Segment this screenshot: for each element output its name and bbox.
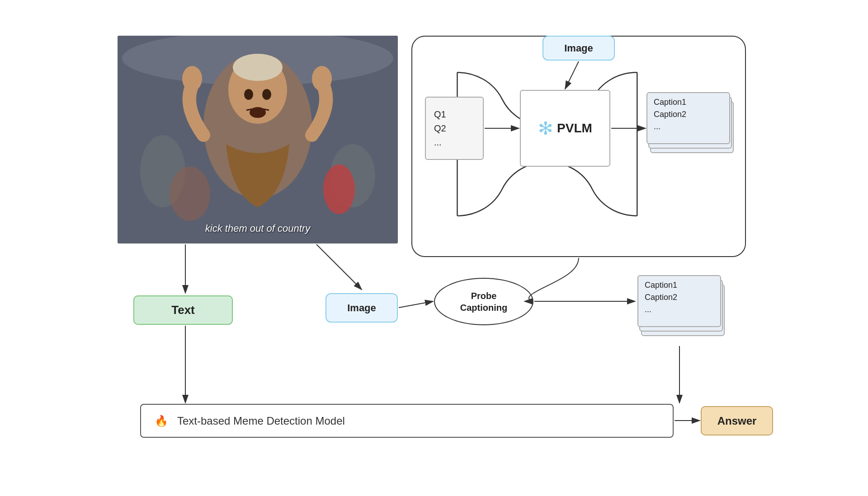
svg-point-11 [244,89,253,100]
meme-image: kick them out of country [118,36,398,243]
caption1-bottom: Caption1 [645,281,677,290]
svg-line-21 [399,301,433,308]
caption-ellipsis-bottom: ... [645,305,651,314]
captions-top-container: Caption1 Caption2 ... [646,92,732,164]
caption-ellipsis-top: ... [654,122,660,131]
q1-label: Q1 [434,109,446,120]
image-box-top: Image [542,36,615,61]
diagram-canvas: kick them out of country Image Q1 Q2 ...… [95,27,773,469]
detection-model-label: Text-based Meme Detection Model [177,415,345,427]
snowflake-icon: ✻ [538,118,553,139]
q2-label: Q2 [434,123,446,134]
svg-rect-14 [254,109,261,113]
svg-point-9 [170,167,210,221]
text-label: Text [171,303,195,317]
image-box-bottom: Image [326,293,398,323]
q-ellipsis: ... [434,137,442,148]
pvlm-label: PVLM [557,121,592,136]
svg-point-4 [233,54,283,81]
svg-point-12 [262,89,271,100]
caption-card-front: Caption1 Caption2 ... [646,92,730,144]
pvlm-box: ✻ PVLM [520,90,610,167]
answer-box: Answer [701,406,773,435]
captions-bottom-container: Caption1 Caption2 ... [637,275,723,345]
svg-line-19 [316,244,362,290]
questions-box: Q1 Q2 ... [425,97,484,160]
text-box: Text [133,295,233,325]
captions-bottom-stack: Caption1 Caption2 ... [637,275,723,347]
probe-captioning-label: ProbeCaptioning [460,290,507,314]
probe-captioning-box: ProbeCaptioning [434,278,533,325]
svg-point-6 [312,66,332,91]
captions-top-stack: Caption1 Caption2 ... [646,92,732,164]
caption2-top: Caption2 [654,110,686,119]
image-label-bottom: Image [347,302,376,314]
meme-image-background: kick them out of country [118,36,398,243]
image-label-top: Image [564,42,593,54]
detection-model-box: 🔥 Text-based Meme Detection Model [140,404,674,438]
answer-label: Answer [717,415,757,427]
meme-caption: kick them out of country [205,223,310,234]
caption2-bottom: Caption2 [645,293,677,302]
svg-point-10 [323,164,355,214]
svg-point-5 [182,66,202,91]
caption1-top: Caption1 [654,98,686,107]
caption-card-b-front: Caption1 Caption2 ... [637,275,721,327]
fire-icon: 🔥 [155,415,168,427]
